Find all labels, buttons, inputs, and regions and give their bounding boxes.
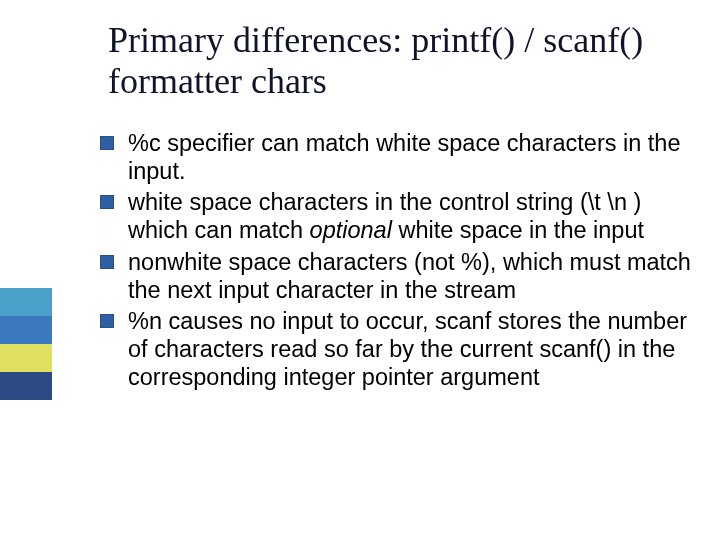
square-bullet-icon xyxy=(100,136,114,150)
text-segment: %c specifier can match white space chara… xyxy=(128,130,681,184)
square-bullet-icon xyxy=(100,314,114,328)
stripe xyxy=(0,372,52,400)
stripe xyxy=(0,344,52,372)
stripe xyxy=(0,288,52,316)
bullet-list: %c specifier can match white space chara… xyxy=(100,130,700,395)
text-segment: nonwhite space characters (not %), which… xyxy=(128,249,691,303)
text-segment: white space in the input xyxy=(392,217,644,243)
square-bullet-icon xyxy=(100,195,114,209)
list-item-text: %n causes no input to occur, scanf store… xyxy=(128,308,700,391)
list-item-text: nonwhite space characters (not %), which… xyxy=(128,249,700,304)
stripe xyxy=(0,316,52,344)
text-segment: optional xyxy=(310,217,392,243)
slide-title: Primary differences: printf() / scanf() … xyxy=(108,20,688,103)
sidebar-accent xyxy=(0,288,52,400)
text-segment: %n causes no input to occur, scanf store… xyxy=(128,308,687,389)
list-item: nonwhite space characters (not %), which… xyxy=(100,249,700,304)
list-item: %n causes no input to occur, scanf store… xyxy=(100,308,700,391)
list-item: %c specifier can match white space chara… xyxy=(100,130,700,185)
slide: Primary differences: printf() / scanf() … xyxy=(0,0,720,540)
list-item: white space characters in the control st… xyxy=(100,189,700,244)
list-item-text: %c specifier can match white space chara… xyxy=(128,130,700,185)
square-bullet-icon xyxy=(100,255,114,269)
list-item-text: white space characters in the control st… xyxy=(128,189,700,244)
